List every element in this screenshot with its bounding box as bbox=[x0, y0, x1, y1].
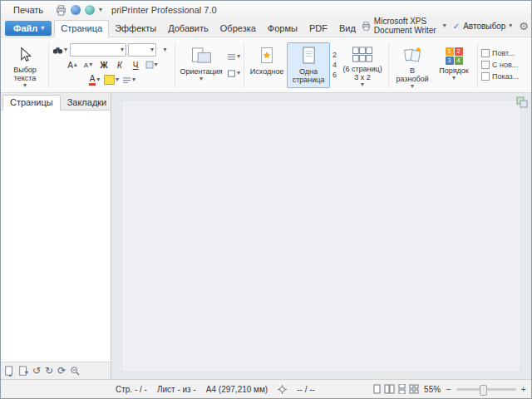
view-single-page-icon[interactable] bbox=[372, 384, 382, 394]
font-color-button[interactable]: А ▾ bbox=[87, 73, 101, 87]
side-panel-tabs: Страницы Закладки bbox=[1, 93, 111, 111]
font-row-3: А ▾ ▾ ▾ bbox=[87, 73, 136, 86]
add-page-icon[interactable] bbox=[18, 366, 28, 377]
pages-2-button[interactable]: 2 bbox=[332, 51, 337, 59]
tab-crop[interactable]: Обрезка bbox=[214, 21, 262, 37]
original-view-label: Исходное bbox=[250, 67, 283, 76]
autoselect-label: Автовыбор bbox=[463, 22, 505, 31]
find-button[interactable]: ▾ bbox=[52, 43, 68, 57]
grow-font-button[interactable]: А ▴ bbox=[66, 58, 80, 72]
group-orientation: Ориентация ▾ ▾ ▾ bbox=[176, 39, 243, 91]
caret-down-icon: ▾ bbox=[89, 62, 92, 68]
help-sphere-icon[interactable] bbox=[85, 5, 95, 15]
order-tile-4: 4 bbox=[455, 57, 463, 65]
settings-sphere-icon[interactable] bbox=[71, 5, 81, 15]
six-pages-button[interactable]: (6 страниц) 3 x 2 ▾ bbox=[339, 42, 386, 88]
zoom-out-button[interactable]: − bbox=[446, 385, 451, 394]
refresh-icon[interactable]: ⟳ bbox=[57, 366, 66, 376]
font-extra-dropdown[interactable]: ▾ bbox=[158, 43, 172, 57]
view-mode-icons bbox=[372, 384, 419, 394]
shuffle-button[interactable]: В разнобой ▾ bbox=[392, 42, 433, 88]
order-tile-3: 3 bbox=[446, 57, 454, 65]
app-window: Печать ▾ priPrinter Professional 7.0 Фай… bbox=[0, 0, 532, 399]
view-facing-pages-icon[interactable] bbox=[384, 384, 395, 394]
margins-dropdown[interactable]: ▾ bbox=[226, 50, 241, 64]
repeat-checkbox-label: Повт... bbox=[492, 49, 515, 57]
select-text-button[interactable]: Выбор текста ▾ bbox=[4, 42, 46, 88]
rotate-right-icon[interactable]: ↻ bbox=[45, 366, 53, 376]
tab-effects[interactable]: Эффекты bbox=[109, 21, 162, 37]
printer-icon[interactable] bbox=[55, 4, 66, 16]
printer-select[interactable]: Microsoft XPS Document Writer ▾ bbox=[362, 17, 446, 35]
ribbon-separator bbox=[477, 42, 478, 87]
tab-pdf[interactable]: PDF bbox=[303, 21, 333, 37]
highlight-button[interactable]: ▾ bbox=[103, 73, 120, 87]
italic-button[interactable]: К bbox=[113, 58, 127, 72]
window-title: priPrinter Professional 7.0 bbox=[111, 5, 217, 15]
font-row-2: А ▴ А ▾ Ж К Ч ▾ bbox=[66, 58, 159, 71]
panel-toggle-icon[interactable] bbox=[516, 96, 528, 108]
sidebar-tab-bookmarks[interactable]: Закладки bbox=[61, 96, 114, 110]
shrink-font-button[interactable]: А ▾ bbox=[81, 58, 96, 72]
quick-access-dropdown-icon[interactable]: ▾ bbox=[99, 7, 102, 13]
pointer-icon bbox=[17, 46, 33, 64]
group-options: Повт... С нов... Показ... bbox=[479, 39, 521, 91]
statusbar-right-cluster: 55% − + bbox=[372, 384, 526, 394]
select-text-label: Выбор текста bbox=[13, 66, 37, 83]
original-view-button[interactable]: Исходное bbox=[247, 42, 287, 88]
export-page-icon[interactable] bbox=[4, 366, 14, 377]
rotate-left-icon[interactable]: ↺ bbox=[32, 366, 41, 376]
new-sheet-checkbox[interactable] bbox=[481, 61, 490, 69]
orientation-extra-column: ▾ ▾ bbox=[226, 50, 241, 81]
caret-down-icon: ▾ bbox=[121, 47, 124, 53]
preview-area[interactable] bbox=[111, 93, 531, 379]
ribbon-tab-row: Файл ▾ Страница Эффекты Добавить Обрезка… bbox=[1, 19, 531, 37]
zoom-slider-thumb[interactable] bbox=[480, 385, 487, 396]
pages-4-button[interactable]: 4 bbox=[332, 61, 337, 69]
file-menu-button[interactable]: Файл ▾ bbox=[5, 21, 52, 36]
orientation-button[interactable]: Ориентация ▾ bbox=[178, 42, 224, 88]
tab-insert[interactable]: Добавить bbox=[162, 21, 214, 37]
text-style-dropdown[interactable]: ▾ bbox=[121, 73, 136, 87]
caret-down-icon: ▾ bbox=[96, 76, 100, 83]
view-continuous-icon[interactable] bbox=[397, 384, 406, 394]
caret-down-icon: ▾ bbox=[132, 76, 135, 83]
one-page-button[interactable]: Одна страница bbox=[287, 42, 330, 88]
zoom-in-button[interactable]: + bbox=[521, 385, 526, 394]
paper-size-dropdown[interactable]: ▾ bbox=[226, 66, 241, 81]
caret-down-icon: ▾ bbox=[509, 22, 512, 29]
check-icon: ✓ bbox=[453, 22, 460, 31]
sidebar-tab-pages[interactable]: Страницы bbox=[2, 95, 61, 111]
autoselect-dropdown[interactable]: ✓ Автовыбор ▾ bbox=[453, 22, 513, 31]
repeat-checkbox[interactable] bbox=[481, 49, 490, 57]
status-paper-info: A4 (297,210 мм) bbox=[206, 385, 268, 394]
bold-button[interactable]: Ж bbox=[97, 58, 111, 72]
zoom-out-panel-icon[interactable] bbox=[70, 366, 80, 376]
text-effects-dropdown[interactable]: ▾ bbox=[145, 58, 159, 72]
new-sheet-checkbox-row[interactable]: С нов... bbox=[481, 61, 519, 69]
show-checkbox[interactable] bbox=[481, 72, 490, 81]
pages-6-button[interactable]: 6 bbox=[332, 71, 337, 79]
content-area: Страницы Закладки ↺ ↻ ⟳ bbox=[1, 93, 531, 379]
orientation-icon bbox=[190, 46, 212, 66]
view-thumbnails-icon[interactable] bbox=[409, 384, 419, 394]
tab-view[interactable]: Вид bbox=[333, 21, 362, 37]
one-page-label: Одна страница bbox=[293, 67, 325, 85]
gear-icon[interactable]: ⚙ bbox=[519, 21, 529, 32]
font-size-combo[interactable]: ▾ bbox=[128, 43, 156, 57]
show-checkbox-row[interactable]: Показ... bbox=[481, 72, 519, 81]
print-quick-button[interactable]: Печать bbox=[6, 3, 51, 17]
tab-forms[interactable]: Формы bbox=[262, 21, 303, 37]
pages-thumbnail-panel[interactable] bbox=[1, 111, 111, 362]
font-family-combo[interactable]: ▾ bbox=[70, 43, 126, 57]
status-page-info: Стр. - / - bbox=[116, 385, 147, 394]
zoom-slider[interactable] bbox=[456, 388, 516, 391]
file-menu-label: Файл bbox=[13, 23, 37, 33]
group-arrange: В разнобой ▾ 1 2 3 4 Порядок ▾ bbox=[390, 39, 476, 91]
preview-page[interactable] bbox=[121, 100, 521, 372]
order-button[interactable]: 1 2 3 4 Порядок ▾ bbox=[433, 42, 475, 88]
ribbon-separator bbox=[244, 42, 244, 87]
tab-page[interactable]: Страница bbox=[54, 20, 109, 37]
repeat-checkbox-row[interactable]: Повт... bbox=[481, 49, 519, 57]
underline-button[interactable]: Ч bbox=[129, 58, 143, 72]
